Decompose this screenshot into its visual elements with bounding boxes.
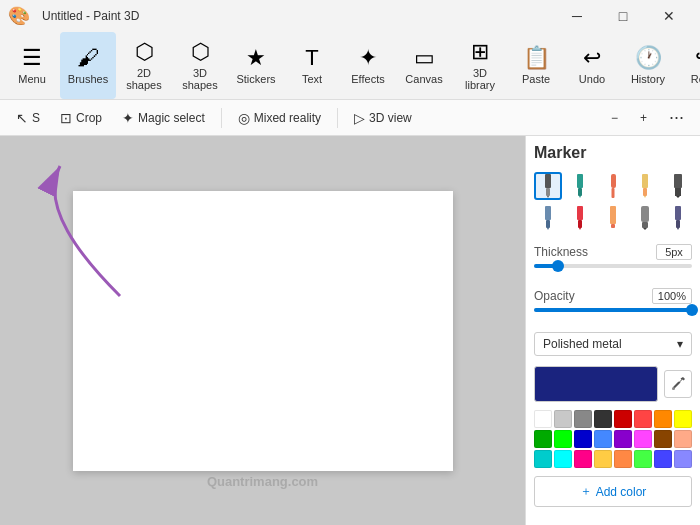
color-cell-7[interactable]: [674, 410, 692, 428]
color-cell-10[interactable]: [574, 430, 592, 448]
toolbar-item-2dshapes[interactable]: ⬡ 2D shapes: [116, 32, 172, 99]
thickness-label: Thickness: [534, 245, 588, 259]
brush-item-2[interactable]: [566, 172, 594, 200]
brush-item-9[interactable]: [631, 204, 659, 232]
plus-icon: ＋: [580, 483, 592, 500]
brush-item-4[interactable]: [631, 172, 659, 200]
canvas-area[interactable]: Quantrimang.com: [0, 136, 525, 525]
mixed-reality-button[interactable]: ◎ Mixed reality: [230, 106, 329, 130]
svg-marker-11: [644, 196, 646, 198]
color-cell-2[interactable]: [574, 410, 592, 428]
magic-select-button[interactable]: ✦ Magic select: [114, 106, 213, 130]
svg-rect-4: [577, 174, 583, 188]
subtoolbar-separator: [221, 108, 222, 128]
color-cell-9[interactable]: [554, 430, 572, 448]
color-cell-13[interactable]: [634, 430, 652, 448]
mixed-reality-label: Mixed reality: [254, 111, 321, 125]
add-color-label: Add color: [596, 485, 647, 499]
thickness-thumb[interactable]: [552, 260, 564, 272]
zoom-plus-button[interactable]: +: [632, 107, 655, 129]
svg-rect-23: [641, 206, 649, 222]
color-cell-20[interactable]: [614, 450, 632, 468]
eyedropper-button[interactable]: [664, 370, 692, 398]
toolbar-item-redo[interactable]: ↪ Redo: [676, 32, 700, 99]
crop-button[interactable]: ⊡ Crop: [52, 106, 110, 130]
svg-point-29: [672, 387, 675, 390]
color-cell-21[interactable]: [634, 450, 652, 468]
color-cell-0[interactable]: [534, 410, 552, 428]
close-button[interactable]: ✕: [646, 0, 692, 32]
toolbar-item-menu[interactable]: ☰ Menu: [4, 32, 60, 99]
color-cell-22[interactable]: [654, 450, 672, 468]
brush-item-7[interactable]: [566, 204, 594, 232]
opacity-header: Opacity 100%: [534, 288, 692, 304]
color-cell-11[interactable]: [594, 430, 612, 448]
toolbar-item-canvas[interactable]: ▭ Canvas: [396, 32, 452, 99]
brush-item-3[interactable]: [599, 172, 627, 200]
maximize-button[interactable]: □: [600, 0, 646, 32]
title-bar: 🎨 Untitled - Paint 3D ─ □ ✕: [0, 0, 700, 32]
paste-label: Paste: [522, 73, 550, 85]
select-label: S: [32, 111, 40, 125]
svg-marker-17: [547, 228, 549, 230]
3dlibrary-icon: ⊞: [471, 41, 489, 63]
toolbar-item-3dlibrary[interactable]: ⊞ 3D library: [452, 32, 508, 99]
color-cell-15[interactable]: [674, 430, 692, 448]
svg-rect-9: [642, 174, 648, 188]
zoom-minus-button[interactable]: −: [603, 107, 626, 129]
brush-item-6[interactable]: [534, 204, 562, 232]
brush-item-5[interactable]: [664, 172, 692, 200]
toolbar-item-paste[interactable]: 📋 Paste: [508, 32, 564, 99]
brush-item-10[interactable]: [664, 204, 692, 232]
color-cell-1[interactable]: [554, 410, 572, 428]
drawing-canvas[interactable]: [73, 191, 453, 471]
stickers-icon: ★: [246, 47, 266, 69]
magic-select-icon: ✦: [122, 110, 134, 126]
color-palette: [534, 410, 692, 468]
color-cell-6[interactable]: [654, 410, 672, 428]
toolbar-item-history[interactable]: 🕐 History: [620, 32, 676, 99]
mixed-reality-icon: ◎: [238, 110, 250, 126]
color-cell-14[interactable]: [654, 430, 672, 448]
add-color-button[interactable]: ＋ Add color: [534, 476, 692, 507]
select-tool[interactable]: ↖ S: [8, 106, 48, 130]
more-options-button[interactable]: ···: [661, 103, 692, 132]
color-cell-23[interactable]: [674, 450, 692, 468]
current-color-swatch[interactable]: [534, 366, 658, 402]
texture-dropdown[interactable]: Polished metal ▾: [534, 332, 692, 356]
3dview-button[interactable]: ▷ 3D view: [346, 106, 420, 130]
toolbar-item-brushes[interactable]: 🖌 Brushes: [60, 32, 116, 99]
toolbar-item-stickers[interactable]: ★ Stickers: [228, 32, 284, 99]
svg-rect-18: [577, 206, 583, 220]
main-area: Quantrimang.com Marker: [0, 136, 700, 525]
color-cell-8[interactable]: [534, 430, 552, 448]
toolbar-item-3dshapes[interactable]: ⬡ 3D shapes: [172, 32, 228, 99]
color-cell-3[interactable]: [594, 410, 612, 428]
color-cell-12[interactable]: [614, 430, 632, 448]
color-cell-5[interactable]: [634, 410, 652, 428]
opacity-track[interactable]: [534, 308, 692, 312]
toolbar-item-effects[interactable]: ✦ Effects: [340, 32, 396, 99]
svg-rect-19: [578, 220, 582, 228]
svg-rect-27: [676, 220, 680, 228]
color-cell-16[interactable]: [534, 450, 552, 468]
minimize-button[interactable]: ─: [554, 0, 600, 32]
toolbar-item-undo[interactable]: ↩ Undo: [564, 32, 620, 99]
color-cell-18[interactable]: [574, 450, 592, 468]
svg-marker-14: [676, 196, 680, 198]
toolbar-item-text[interactable]: T Text: [284, 32, 340, 99]
color-cell-17[interactable]: [554, 450, 572, 468]
texture-label: Polished metal: [543, 337, 622, 351]
magic-select-label: Magic select: [138, 111, 205, 125]
canvas-icon: ▭: [414, 47, 435, 69]
color-cell-4[interactable]: [614, 410, 632, 428]
menu-label: Menu: [18, 73, 46, 85]
3dview-icon: ▷: [354, 110, 365, 126]
brush-item-1[interactable]: [534, 172, 562, 200]
opacity-thumb[interactable]: [686, 304, 698, 316]
opacity-value: 100%: [652, 288, 692, 304]
main-toolbar: ☰ Menu 🖌 Brushes ⬡ 2D shapes ⬡ 3D shapes…: [0, 32, 700, 100]
thickness-track[interactable]: [534, 264, 692, 268]
brush-item-8[interactable]: [599, 204, 627, 232]
color-cell-19[interactable]: [594, 450, 612, 468]
